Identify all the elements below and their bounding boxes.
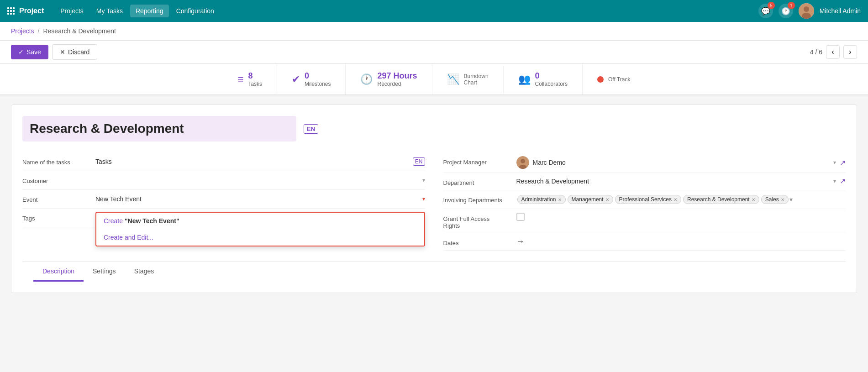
pagination-next[interactable]: › xyxy=(843,45,857,59)
tag-sales-remove[interactable]: ✕ xyxy=(781,197,784,202)
tab-description[interactable]: Description xyxy=(33,262,84,282)
name-of-tasks-value: EN xyxy=(95,156,425,167)
stat-hours[interactable]: 🕐 297 Hours Recorded xyxy=(346,64,432,94)
name-of-tasks-input[interactable] xyxy=(95,156,409,167)
top-navigation: Project Projects My Tasks Reporting Conf… xyxy=(0,0,868,22)
svg-point-1 xyxy=(804,6,809,12)
customer-dropdown-arrow[interactable]: ▾ xyxy=(422,177,425,183)
tasks-count: 8 xyxy=(248,71,262,81)
stat-collaborators[interactable]: 👥 0 Collaborators xyxy=(504,64,583,94)
project-title-input[interactable] xyxy=(22,116,296,141)
project-title-row: EN xyxy=(22,116,846,141)
project-manager-row: Project Manager Marc Demo ▾ ↗ xyxy=(443,152,846,173)
collaborators-icon: 👥 xyxy=(518,73,531,85)
involving-departments-row: Involving Departments Administration ✕ M… xyxy=(443,190,846,209)
customer-label: Customer xyxy=(22,175,95,184)
grant-access-value xyxy=(516,213,846,221)
collaborators-count: 0 xyxy=(535,71,568,81)
create-label: Create "New Tech Event" xyxy=(104,217,179,225)
user-name[interactable]: Mitchell Admin xyxy=(820,7,861,15)
tab-stages[interactable]: Stages xyxy=(125,262,163,282)
department-dropdown[interactable]: ▾ xyxy=(833,178,836,184)
create-event-option[interactable]: Create "New Tech Event" xyxy=(96,213,424,229)
form-right: Project Manager Marc Demo ▾ ↗ xyxy=(443,152,846,251)
hours-count: 297 Hours xyxy=(377,71,417,81)
grant-access-row: Grant Full Access Rights xyxy=(443,209,846,233)
dates-label: Dates xyxy=(443,237,516,246)
customer-input[interactable] xyxy=(95,175,419,186)
nav-reporting[interactable]: Reporting xyxy=(130,5,169,17)
hours-label: Recorded xyxy=(377,81,417,87)
tag-professional-services-remove[interactable]: ✕ xyxy=(673,197,677,202)
involving-dropdown-more[interactable]: ▾ xyxy=(789,196,793,203)
nav-configuration[interactable]: Configuration xyxy=(171,5,220,17)
burndown-label: Burndown xyxy=(464,73,489,79)
breadcrumb-current: Research & Development xyxy=(43,27,116,35)
customer-value: ▾ xyxy=(95,175,425,186)
tasks-icon: ≡ xyxy=(238,73,244,85)
tag-management-remove[interactable]: ✕ xyxy=(605,197,609,202)
pagination-prev[interactable]: ‹ xyxy=(826,45,840,59)
off-track-dot xyxy=(597,76,604,83)
nav-projects[interactable]: Projects xyxy=(55,5,89,17)
event-value: ▾ xyxy=(95,194,425,204)
dates-arrow: → xyxy=(516,237,525,246)
collaborators-label: Collaborators xyxy=(535,81,568,87)
messages-button[interactable]: 💬 5 xyxy=(758,4,773,18)
tag-administration-remove[interactable]: ✕ xyxy=(558,197,562,202)
event-row: Event ▾ Create "New Tech Event" Create a… xyxy=(22,190,425,209)
involving-tags-container: Administration ✕ Management ✕ Profession… xyxy=(516,194,793,205)
stat-off-track[interactable]: Off Track xyxy=(583,69,645,90)
project-manager-name: Marc Demo xyxy=(533,159,566,166)
project-manager-value: Marc Demo ▾ ↗ xyxy=(516,156,846,169)
stat-milestones[interactable]: ✔ 0 Milestones xyxy=(277,64,346,94)
department-label: Department xyxy=(443,177,516,186)
toolbar-actions: ✓ Save ✕ Discard xyxy=(11,44,97,60)
milestones-count: 0 xyxy=(305,71,331,81)
tag-research-development-remove[interactable]: ✕ xyxy=(752,197,755,202)
manager-dropdown[interactable]: ▾ xyxy=(833,159,836,166)
tasks-label: Tasks xyxy=(248,81,262,87)
event-input[interactable] xyxy=(95,194,419,204)
tag-research-development: Research & Development ✕ xyxy=(683,195,759,204)
burndown-icon: 📉 xyxy=(447,73,459,85)
manager-external-link[interactable]: ↗ xyxy=(840,158,846,167)
stat-burndown[interactable]: 📉 Burndown Chart xyxy=(432,66,504,93)
department-row: Department Research & Development ▾ ↗ xyxy=(443,173,846,190)
stats-bar: ≡ 8 Tasks ✔ 0 Milestones 🕐 297 Hours Rec… xyxy=(0,64,868,95)
hours-icon: 🕐 xyxy=(360,73,373,85)
breadcrumb: Projects / Research & Development xyxy=(0,22,868,41)
project-lang-badge[interactable]: EN xyxy=(304,124,318,134)
breadcrumb-parent[interactable]: Projects xyxy=(11,27,34,35)
save-button[interactable]: ✓ Save xyxy=(11,45,48,59)
grant-access-label: Grant Full Access Rights xyxy=(443,213,516,229)
name-of-tasks-row: Name of the tasks EN xyxy=(22,152,425,171)
messages-badge: 5 xyxy=(768,2,775,9)
activity-button[interactable]: 🕐 1 xyxy=(779,4,793,18)
tasks-lang-badge[interactable]: EN xyxy=(413,157,425,166)
app-grid-icon[interactable]: Project xyxy=(7,7,44,15)
grant-access-checkbox[interactable] xyxy=(516,213,525,221)
department-name: Research & Development xyxy=(516,178,589,185)
create-and-edit-option[interactable]: Create and Edit... xyxy=(96,229,424,246)
department-external-link[interactable]: ↗ xyxy=(840,177,846,185)
discard-button[interactable]: ✕ Discard xyxy=(52,44,97,60)
off-track-label: Off Track xyxy=(608,76,630,83)
tag-sales: Sales ✕ xyxy=(761,195,789,204)
avatar[interactable] xyxy=(799,3,814,19)
nav-my-tasks[interactable]: My Tasks xyxy=(91,5,128,17)
stat-tasks[interactable]: ≡ 8 Tasks xyxy=(223,64,278,94)
save-check-icon: ✓ xyxy=(18,48,24,56)
event-dropdown-arrow[interactable]: ▾ xyxy=(422,196,425,202)
involving-departments-value: Administration ✕ Management ✕ Profession… xyxy=(516,194,846,205)
dates-row: Dates → xyxy=(443,233,846,251)
form-card: EN Name of the tasks EN Customer xyxy=(11,105,857,293)
involving-departments-label: Involving Departments xyxy=(443,194,516,204)
toolbar: ✓ Save ✕ Discard 4 / 6 ‹ › xyxy=(0,41,868,64)
tab-settings[interactable]: Settings xyxy=(84,262,125,282)
pagination-text: 4 / 6 xyxy=(810,48,822,56)
pagination: 4 / 6 ‹ › xyxy=(810,45,857,59)
form-left: Name of the tasks EN Customer ▾ xyxy=(22,152,425,251)
tag-professional-services: Professional Services ✕ xyxy=(615,195,681,204)
breadcrumb-separator: / xyxy=(38,27,40,35)
